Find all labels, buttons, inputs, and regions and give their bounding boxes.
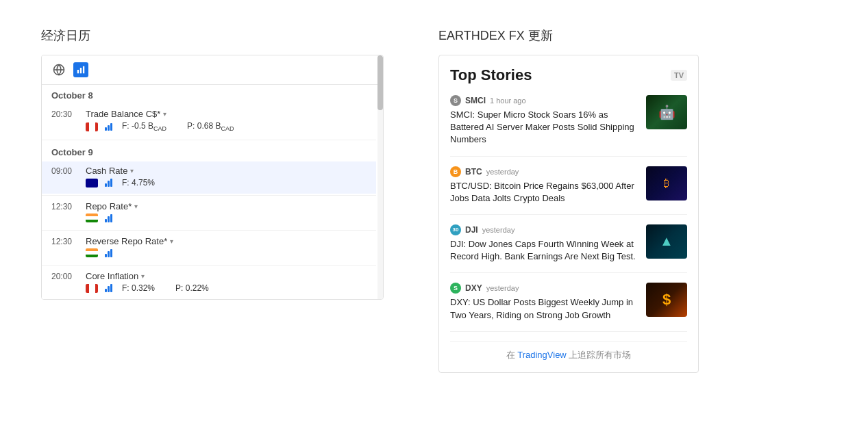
- source-badge-dji: 30: [450, 224, 461, 235]
- forecast-core-inflation: F: 0.32%: [122, 283, 155, 293]
- thumb-icon-btc: ₿: [646, 166, 687, 200]
- svg-rect-2: [77, 70, 79, 73]
- thumb-icon-dji: ▲: [646, 224, 687, 259]
- news-headline-dji: DJI: Dow Jones Caps Fourth Winning Week …: [450, 238, 638, 263]
- volatility-bars-in1: [105, 214, 112, 222]
- event-time-repo-rate: 12:30: [51, 202, 79, 211]
- event-name-reverse-repo[interactable]: Reverse Repo Rate* ▾: [86, 236, 173, 246]
- news-thumbnail-dji: ▲: [646, 224, 687, 259]
- source-time-smci: 1 hour ago: [490, 96, 526, 105]
- news-header: Top Stories TV: [450, 66, 687, 84]
- flag-india: [86, 214, 98, 222]
- news-headline-dxy: DXY: US Dollar Posts Biggest Weekly Jump…: [450, 296, 638, 321]
- source-initial-btc: B: [454, 168, 458, 175]
- volatility-bars: [105, 122, 112, 131]
- event-name-repo-rate[interactable]: Repo Rate* ▾: [86, 201, 138, 211]
- source-initial-dji: 30: [453, 227, 459, 233]
- event-row-core-inflation: 20:00 Core Inflation ▾ F: 0.32% P: 0.22%: [42, 267, 376, 299]
- left-panel: 经济日历 October 8: [41, 27, 397, 300]
- source-badge-dxy: S: [450, 283, 461, 294]
- chevron-down-icon: ▾: [170, 237, 173, 245]
- event-time-core-inflation: 20:00: [51, 272, 79, 281]
- news-thumbnail-btc: ₿: [646, 166, 687, 200]
- news-thumbnail-smci: 🤖: [646, 95, 687, 129]
- flag-india-2: [86, 248, 98, 257]
- tradingview-link-text[interactable]: TradingView: [517, 350, 567, 360]
- news-source-smci: S SMCI 1 hour ago: [450, 95, 638, 106]
- news-item-smci[interactable]: S SMCI 1 hour ago SMCI: Super Micro Stoc…: [450, 95, 687, 157]
- event-row-cash-rate: 09:00 Cash Rate ▾ F: 4.75%: [42, 161, 376, 194]
- volatility-bars-ca2: [105, 284, 112, 292]
- flag-canada-2: [86, 284, 98, 293]
- event-time: 20:30: [51, 109, 79, 119]
- tradingview-footer-link[interactable]: 在 TradingView 上追踪所有市场: [450, 341, 687, 361]
- event-row-trade-balance: 20:30 Trade Balance C$* ▾ F: -0.5 BCAD P…: [42, 105, 376, 138]
- tradingview-logo-badge: TV: [671, 70, 687, 81]
- chevron-down-icon: ▾: [141, 272, 145, 280]
- event-time-cash-rate: 09:00: [51, 166, 79, 176]
- left-section-title: 经济日历: [41, 27, 397, 44]
- svg-rect-4: [83, 66, 84, 74]
- forecast-value: F: -0.5 BCAD: [122, 121, 166, 132]
- source-name-btc: BTC: [465, 167, 482, 177]
- thumb-icon-smci: 🤖: [646, 95, 687, 129]
- scrollbar-track[interactable]: [377, 55, 383, 299]
- chevron-down-icon: ▾: [130, 167, 134, 174]
- source-time-dxy: yesterday: [486, 284, 519, 292]
- news-source-btc: B BTC yesterday: [450, 166, 638, 177]
- source-initial: S: [454, 97, 458, 104]
- scrollbar-thumb[interactable]: [377, 55, 383, 110]
- right-panel: EARTHDEX FX 更新 Top Stories TV S SMCI 1 h…: [438, 27, 712, 373]
- chevron-down-icon: ▾: [163, 110, 166, 118]
- event-time-reverse-repo: 12:30: [51, 237, 79, 246]
- news-content-dxy: S DXY yesterday DXY: US Dollar Posts Big…: [450, 283, 638, 321]
- news-item-btc[interactable]: B BTC yesterday BTC/USD: Bitcoin Price R…: [450, 166, 687, 215]
- volatility-bars-in2: [105, 249, 112, 257]
- flag-canada: [86, 122, 98, 131]
- calendar-header: [42, 55, 383, 85]
- bar-chart-icon[interactable]: [73, 62, 88, 77]
- news-source-dji: 30 DJI yesterday: [450, 224, 638, 235]
- chevron-down-icon: ▾: [134, 203, 138, 210]
- news-heading: Top Stories: [450, 66, 532, 84]
- event-name-cash-rate[interactable]: Cash Rate ▾: [86, 166, 134, 176]
- svg-rect-3: [80, 68, 82, 73]
- source-time-dji: yesterday: [482, 226, 515, 234]
- news-thumbnail-dxy: $: [646, 283, 687, 317]
- volatility-bars-au: [105, 179, 112, 187]
- news-content-smci: S SMCI 1 hour ago SMCI: Super Micro Stoc…: [450, 95, 638, 146]
- event-row-repo-rate: 12:30 Repo Rate* ▾: [42, 197, 376, 229]
- source-name-dji: DJI: [465, 225, 478, 235]
- news-source-dxy: S DXY yesterday: [450, 283, 638, 294]
- globe-icon[interactable]: [51, 62, 66, 77]
- date-header-oct8: October 8: [42, 85, 376, 105]
- event-name-core-inflation[interactable]: Core Inflation ▾: [86, 271, 145, 281]
- news-content-dji: 30 DJI yesterday DJI: Dow Jones Caps Fou…: [450, 224, 638, 263]
- source-name-dxy: DXY: [465, 283, 482, 293]
- news-headline-btc: BTC/USD: Bitcoin Price Regains $63,000 A…: [450, 180, 638, 205]
- calendar-widget: October 8 20:30 Trade Balance C$* ▾ F:: [41, 55, 384, 300]
- thumb-icon-dxy: $: [646, 283, 687, 317]
- flag-australia: [86, 179, 98, 187]
- forecast-cash-rate: F: 4.75%: [122, 178, 155, 187]
- source-name-smci: SMCI: [465, 96, 486, 105]
- source-initial-dxy: S: [454, 285, 458, 292]
- previous-core-inflation: P: 0.22%: [175, 283, 209, 293]
- right-section-title: EARTHDEX FX 更新: [438, 27, 712, 44]
- news-widget: Top Stories TV S SMCI 1 hour ago SMCI: S…: [438, 55, 699, 373]
- date-header-oct9: October 9: [42, 142, 376, 161]
- source-badge-smci: S: [450, 95, 461, 106]
- news-item-dji[interactable]: 30 DJI yesterday DJI: Dow Jones Caps Fou…: [450, 224, 687, 273]
- event-name-trade-balance[interactable]: Trade Balance C$* ▾: [86, 109, 166, 119]
- news-headline-smci: SMCI: Super Micro Stock Soars 16% as Bat…: [450, 109, 638, 146]
- calendar-body: October 8 20:30 Trade Balance C$* ▾ F:: [42, 85, 383, 299]
- news-item-dxy[interactable]: S DXY yesterday DXY: US Dollar Posts Big…: [450, 283, 687, 331]
- news-content-btc: B BTC yesterday BTC/USD: Bitcoin Price R…: [450, 166, 638, 205]
- source-badge-btc: B: [450, 166, 461, 177]
- event-row-reverse-repo-rate: 12:30 Reverse Repo Rate* ▾: [42, 232, 376, 263]
- previous-value: P: 0.68 BCAD: [187, 121, 234, 132]
- source-time-btc: yesterday: [486, 168, 519, 176]
